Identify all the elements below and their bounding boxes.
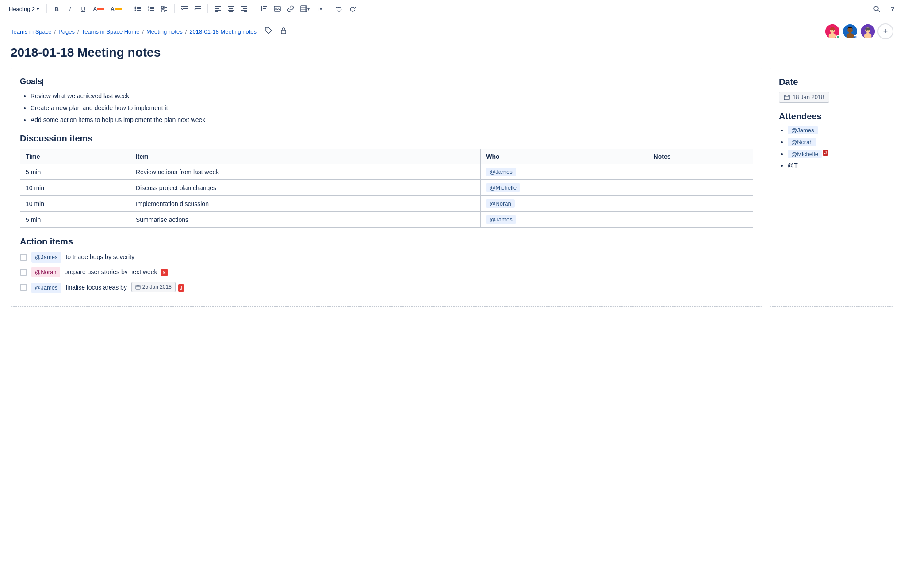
svg-rect-30 (241, 6, 247, 7)
help-icon: ? (891, 5, 895, 12)
svg-rect-3 (137, 8, 141, 9)
toolbar-divider-1 (46, 4, 47, 13)
toolbar-divider-6 (329, 4, 329, 13)
svg-rect-29 (229, 11, 233, 12)
mention-norah-action[interactable]: @Norah (31, 267, 60, 278)
breadcrumb-meeting-notes[interactable]: Meeting notes (146, 28, 183, 35)
svg-rect-26 (228, 6, 234, 7)
search-button[interactable] (870, 3, 883, 15)
list-item: Add some action items to help us impleme… (31, 115, 753, 125)
italic-button[interactable]: I (64, 3, 76, 15)
breadcrumb-sep-4: / (185, 28, 187, 35)
align-right-button[interactable] (238, 3, 250, 15)
numbered-list-button[interactable]: 1.2.3. (145, 3, 157, 15)
action-item-1: @James to triage bugs by severity (20, 252, 753, 263)
insert-plus-icon: + (317, 6, 320, 12)
add-collaborator-button[interactable]: + (877, 23, 893, 39)
breadcrumb-pages[interactable]: Pages (58, 28, 75, 35)
breadcrumb-teams-in-space[interactable]: Teams in Space (11, 28, 52, 35)
redo-button[interactable] (346, 3, 359, 15)
bullet-list-button[interactable] (132, 3, 144, 15)
action-checkbox-1[interactable] (20, 254, 27, 261)
indent-increase-button[interactable] (192, 3, 204, 15)
task-list-button[interactable] (158, 3, 171, 15)
image-button[interactable] (271, 3, 283, 15)
cell-item-2: Discuss project plan changes (130, 180, 480, 196)
mention-james-action-3[interactable]: @James (31, 283, 61, 293)
heading-select[interactable]: Heading 2 ▾ (5, 4, 43, 14)
align-center-button[interactable] (225, 3, 237, 15)
avatar-group: N + (824, 23, 893, 39)
undo-button[interactable] (333, 3, 345, 15)
indent-increase-icon (194, 5, 201, 12)
action-item-2: @Norah prepare user stories by next week… (20, 267, 753, 278)
toolbar: Heading 2 ▾ B I U A A 1.2.3. (0, 0, 904, 18)
svg-point-53 (833, 30, 834, 31)
avatar-m-badge (836, 35, 840, 39)
svg-rect-35 (263, 6, 267, 7)
attendee-norah[interactable]: @Norah (788, 138, 816, 146)
history-group (333, 3, 359, 15)
mention-tag-michelle[interactable]: @Michelle (486, 183, 520, 192)
bullet-list-icon (134, 5, 142, 12)
indent-decrease-button[interactable] (178, 3, 191, 15)
mention-tag-norah[interactable]: @Norah (486, 199, 515, 208)
breadcrumb-sep-1: / (54, 28, 56, 35)
align-center-icon (227, 5, 234, 12)
attendee-james[interactable]: @James (788, 126, 818, 134)
svg-rect-18 (181, 11, 188, 11)
text-cursor (42, 79, 43, 86)
block-quote-icon (260, 5, 268, 12)
block-quote-button[interactable] (258, 3, 270, 15)
j-attendee-cursor: J (823, 150, 829, 156)
align-left-button[interactable] (211, 3, 224, 15)
table-button[interactable]: ▾ (298, 3, 312, 15)
highlight-button[interactable]: A (108, 3, 124, 15)
text-format-group: B I U A A (50, 3, 124, 15)
heading-label: Heading 2 (9, 6, 35, 12)
svg-rect-21 (195, 11, 201, 11)
breadcrumb-sep-3: / (142, 28, 144, 35)
svg-point-58 (851, 30, 852, 31)
help-button[interactable]: ? (886, 3, 899, 15)
undo-icon (336, 5, 343, 12)
mention-james-action-1[interactable]: @James (31, 252, 61, 263)
toolbar-divider-3 (174, 4, 175, 13)
link-button[interactable] (284, 3, 297, 15)
svg-rect-48 (281, 30, 286, 34)
svg-line-46 (878, 10, 880, 12)
cell-who-2: @Michelle (481, 180, 648, 196)
insert-more-button[interactable]: + ▾ (313, 3, 326, 15)
cell-time-1: 5 min (20, 164, 130, 180)
restriction-button[interactable] (278, 26, 289, 37)
mention-tag-james-2[interactable]: @James (486, 215, 516, 224)
tag-button[interactable] (263, 26, 274, 37)
action-item-2-text: prepare user stories by next week (65, 268, 157, 275)
attendee-michelle[interactable]: @Michelle (788, 150, 822, 158)
svg-rect-19 (195, 6, 201, 7)
attendees-list: @James @Norah @Michelle J @T (779, 126, 884, 169)
action-text-1: @James to triage bugs by severity (31, 252, 134, 263)
svg-point-47 (267, 29, 268, 30)
table-chevron-icon: ▾ (307, 7, 310, 11)
svg-rect-5 (137, 10, 141, 11)
mention-tag-james-1[interactable]: @James (486, 168, 516, 176)
date-chip: 18 Jan 2018 (779, 92, 829, 103)
svg-rect-69 (784, 95, 789, 100)
left-panel: Goals Review what we achieved last week … (11, 68, 762, 307)
page-title[interactable]: 2018-01-18 Meeting notes (11, 45, 893, 61)
bold-button[interactable]: B (50, 3, 63, 15)
action-checkbox-3[interactable] (20, 284, 27, 291)
underline-button[interactable]: U (77, 3, 89, 15)
text-color-button[interactable]: A (90, 3, 107, 15)
svg-rect-34 (261, 6, 262, 11)
svg-rect-22 (215, 6, 221, 7)
insert-group: ▾ + ▾ (258, 3, 326, 15)
breadcrumb-teams-in-space-home[interactable]: Teams in Space Home (82, 28, 140, 35)
action-checkbox-2[interactable] (20, 269, 27, 276)
breadcrumb-current-page[interactable]: 2018-01-18 Meeting notes (189, 28, 257, 35)
date-value: 18 Jan 2018 (793, 94, 824, 100)
numbered-list-icon: 1.2.3. (148, 5, 155, 12)
list-item: @Norah (788, 138, 884, 146)
avatar-j[interactable] (860, 23, 876, 39)
